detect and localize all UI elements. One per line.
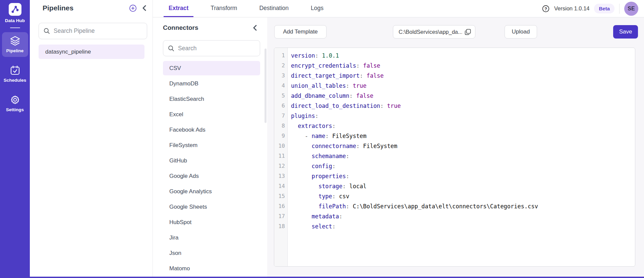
pipelines-title: Pipelines [43, 4, 73, 12]
version-label: Version 1.0.14 [554, 5, 590, 12]
connector-item-matomo[interactable]: Matomo [163, 261, 260, 276]
search-icon [168, 45, 174, 52]
copy-icon[interactable] [465, 29, 471, 35]
user-avatar[interactable]: SE [624, 2, 638, 16]
sidebar-item-schedules[interactable]: Schedules [2, 62, 28, 86]
bottom-accent-bar [0, 277, 644, 278]
beta-badge: Beta [594, 4, 614, 13]
config-path-field[interactable]: C:\BoldServices\app_da... [393, 25, 475, 39]
sidebar-item-settings[interactable]: Settings [2, 91, 28, 116]
sidebar-item-label: Schedules [4, 78, 26, 83]
connector-item-csv[interactable]: CSV [163, 61, 260, 75]
sidebar-menu: PipelineSchedulesSettings [2, 32, 28, 121]
connector-item-hubspot[interactable]: HubSpot [163, 215, 260, 229]
connector-item-jira[interactable]: Jira [163, 230, 260, 245]
connector-search-input[interactable]: Search [163, 40, 260, 56]
connector-item-dynamodb[interactable]: DynamoDB [163, 76, 260, 91]
app-title: Data Hub [5, 18, 25, 23]
collapse-connectors-icon[interactable] [253, 25, 257, 31]
add-template-button[interactable]: Add Template [274, 25, 327, 39]
sidebar-item-pipeline[interactable]: Pipeline [2, 32, 28, 57]
search-icon [44, 28, 50, 34]
yaml-editor[interactable]: 123456789101112131415161718 version: 1.0… [274, 48, 635, 267]
tab-logs[interactable]: Logs [306, 0, 329, 17]
app-sidebar: Data Hub PipelineSchedulesSettings [0, 0, 30, 278]
top-bar: ExtractTransformDestinationLogs ? Versio… [153, 0, 644, 17]
sidebar-item-label: Settings [6, 107, 24, 112]
connector-item-github[interactable]: GitHub [163, 153, 260, 168]
connectors-scrollbar[interactable] [265, 49, 267, 123]
connector-item-google-sheets[interactable]: Google Sheets [163, 200, 260, 214]
connector-item-elasticsearch[interactable]: ElasticSearch [163, 92, 260, 106]
app-window: Data Hub PipelineSchedulesSettings Pipel… [0, 0, 644, 278]
connector-item-json[interactable]: Json [163, 246, 260, 260]
editor-code[interactable]: version: 1.0.1encrypt_credentials: false… [288, 48, 635, 266]
connector-item-excel[interactable]: Excel [163, 107, 260, 122]
connector-item-google-analytics[interactable]: Google Analytics [163, 184, 260, 199]
pipelines-panel: Pipelines [30, 0, 153, 277]
layers-icon [10, 36, 20, 46]
topbar-divider [619, 4, 620, 14]
editor-line-numbers: 123456789101112131415161718 [274, 48, 288, 266]
tab-transform[interactable]: Transform [206, 0, 242, 17]
datahub-logo-icon [9, 3, 21, 16]
connectors-title: Connectors [163, 24, 198, 31]
upload-button[interactable]: Upload [505, 25, 537, 39]
main-area: Add Template C:\BoldServices\app_da... U… [267, 17, 644, 277]
pipeline-name: datasync_pipeline [45, 49, 91, 55]
help-icon[interactable]: ? [542, 5, 549, 12]
gear-icon [10, 95, 20, 105]
connectors-panel: Connectors Search CSVDynamoDBElasticSear… [153, 17, 267, 277]
collapse-pipelines-icon[interactable] [142, 5, 147, 11]
connector-item-filesystem[interactable]: FileSystem [163, 138, 260, 152]
pipeline-search-placeholder: Search Pipeline [54, 27, 95, 34]
add-pipeline-button[interactable] [129, 4, 137, 12]
connector-item-facebook-ads[interactable]: Facebook Ads [163, 123, 260, 137]
pipeline-search-input[interactable]: Search Pipeline [39, 23, 147, 39]
save-button[interactable]: Save [613, 25, 638, 39]
pipeline-list-item[interactable]: datasync_pipeline [39, 45, 144, 59]
connector-search-placeholder: Search [178, 45, 196, 52]
tab-extract[interactable]: Extract [164, 0, 193, 17]
config-path-value: C:\BoldServices\app_da... [399, 29, 462, 35]
tab-destination[interactable]: Destination [254, 0, 294, 17]
connector-list: CSVDynamoDBElasticSearchExcelFacebook Ad… [163, 61, 260, 276]
connector-item-google-ads[interactable]: Google Ads [163, 169, 260, 183]
calendar-icon [10, 65, 20, 75]
sidebar-divider [10, 27, 20, 28]
svg-text:?: ? [544, 6, 547, 11]
tab-bar: ExtractTransformDestinationLogs [164, 0, 341, 17]
sidebar-item-label: Pipeline [6, 48, 24, 53]
